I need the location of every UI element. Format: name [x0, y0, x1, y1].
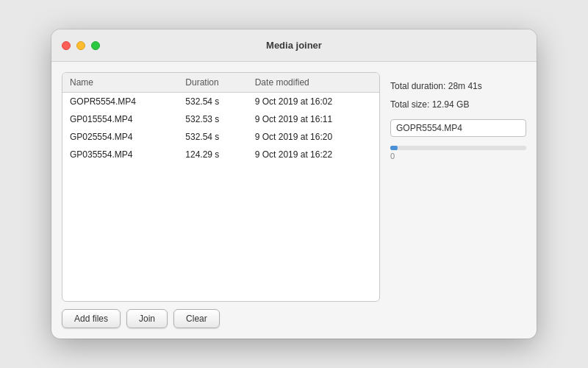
cell-duration: 532.54 s — [178, 128, 247, 146]
cell-duration: 532.53 s — [178, 110, 247, 128]
cell-name: GP025554.MP4 — [62, 128, 178, 146]
cell-name: GP015554.MP4 — [62, 110, 178, 128]
title-bar: Media joiner — [51, 29, 537, 62]
table-row[interactable]: GP035554.MP4124.29 s9 Oct 2019 at 16:22 — [62, 146, 379, 163]
cell-duration: 124.29 s — [178, 146, 247, 163]
clear-button[interactable]: Clear — [173, 309, 220, 328]
progress-track — [390, 146, 526, 150]
table-row[interactable]: GP025554.MP4532.54 s9 Oct 2019 at 16:20 — [62, 128, 379, 146]
join-button[interactable]: Join — [126, 309, 168, 328]
progress-label: 0 — [390, 152, 526, 160]
cell-date: 9 Oct 2019 at 16:20 — [248, 128, 379, 146]
left-panel: Name Duration Date modified GOPR5554.MP4… — [62, 72, 380, 328]
table-row[interactable]: GP015554.MP4532.53 s9 Oct 2019 at 16:11 — [62, 110, 379, 128]
file-table-container: Name Duration Date modified GOPR5554.MP4… — [62, 72, 380, 302]
cell-date: 9 Oct 2019 at 16:22 — [248, 146, 379, 163]
col-header-duration: Duration — [178, 73, 247, 93]
cell-date: 9 Oct 2019 at 16:02 — [248, 93, 379, 111]
window-content: Name Duration Date modified GOPR5554.MP4… — [51, 62, 537, 339]
file-table: Name Duration Date modified GOPR5554.MP4… — [62, 73, 379, 163]
table-row[interactable]: GOPR5554.MP4532.54 s9 Oct 2019 at 16:02 — [62, 93, 379, 111]
minimize-icon[interactable] — [76, 41, 85, 50]
cell-name: GOPR5554.MP4 — [62, 93, 178, 111]
cell-name: GP035554.MP4 — [62, 146, 178, 163]
col-header-name: Name — [62, 73, 178, 93]
total-duration-label: Total duration: 28m 41s — [390, 79, 526, 93]
progress-container: 0 — [390, 146, 526, 160]
right-panel: Total duration: 28m 41s Total size: 12.9… — [390, 72, 526, 328]
cell-duration: 532.54 s — [178, 93, 247, 111]
output-filename-input[interactable] — [390, 119, 526, 137]
total-size-label: Total size: 12.94 GB — [390, 98, 526, 112]
col-header-date: Date modified — [248, 73, 379, 93]
cell-date: 9 Oct 2019 at 16:11 — [248, 110, 379, 128]
close-icon[interactable] — [62, 41, 71, 50]
bottom-buttons: Add files Join Clear — [62, 309, 380, 328]
table-header-row: Name Duration Date modified — [62, 73, 379, 93]
main-window: Media joiner Name Duration Date modified… — [51, 29, 537, 339]
add-files-button[interactable]: Add files — [62, 309, 121, 328]
progress-thumb — [390, 146, 398, 150]
traffic-lights — [62, 41, 100, 50]
maximize-icon[interactable] — [91, 41, 100, 50]
window-title: Media joiner — [266, 40, 322, 51]
